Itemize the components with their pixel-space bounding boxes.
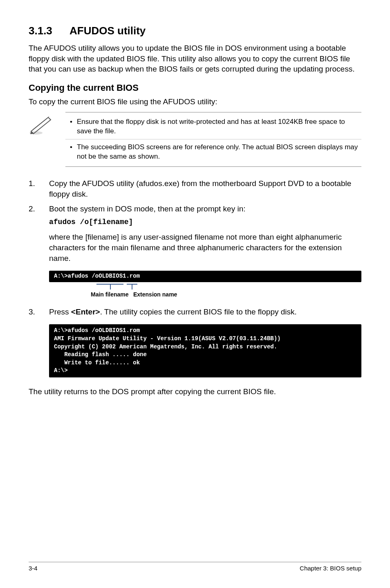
- subheading: Copying the current BIOS: [29, 83, 361, 93]
- note-box: • Ensure that the floppy disk is not wri…: [65, 112, 361, 167]
- step-number: 2.: [29, 204, 49, 214]
- note-text: The succeeding BIOS screens are for refe…: [77, 143, 361, 162]
- terminal-output: A:\>afudos /oOLDBIOS1.rom: [49, 271, 361, 282]
- page-footer: 3-4 Chapter 3: BIOS setup: [29, 562, 361, 572]
- step-number: 1.: [29, 178, 49, 199]
- step-number: 3.: [29, 307, 49, 317]
- svg-marker-1: [31, 117, 51, 134]
- step-text: Boot the system in DOS mode, then at the…: [49, 204, 361, 214]
- step-item: 2. Boot the system in DOS mode, then at …: [29, 204, 361, 214]
- page-number: 3-4: [29, 565, 38, 572]
- enter-key: <Enter>: [71, 307, 100, 316]
- extension-name-label: Extension name: [133, 291, 177, 298]
- underline-tick: [110, 284, 111, 290]
- step-item: 3. Press <Enter>. The utility copies the…: [29, 307, 361, 317]
- closing-paragraph: The utility returns to the DOS prompt af…: [29, 386, 361, 397]
- bullet-dot: •: [65, 117, 77, 136]
- section-heading: 3.1.3AFUDOS utility: [29, 25, 361, 37]
- step-item: 1. Copy the AFUDOS utility (afudos.exe) …: [29, 178, 361, 199]
- command-text: afudos /o[filename]: [49, 218, 361, 226]
- where-paragraph: where the [filename] is any user-assigne…: [49, 232, 361, 263]
- step-text: Press <Enter>. The utility copies the cu…: [49, 307, 361, 317]
- section-title: AFUDOS utility: [69, 25, 146, 37]
- underline-tick: [132, 284, 132, 290]
- sub-intro: To copy the current BIOS file using the …: [29, 97, 361, 107]
- terminal-output: A:\>afudos /oOLDBIOS1.rom AMI Firmware U…: [49, 324, 361, 377]
- filename-callout: Main filename Extension name: [49, 284, 361, 304]
- note-item: • Ensure that the floppy disk is not wri…: [65, 116, 361, 138]
- intro-paragraph: The AFUDOS utility allows you to update …: [29, 43, 361, 74]
- main-filename-label: Main filename: [91, 291, 129, 298]
- note-item: • The succeeding BIOS screens are for re…: [65, 141, 361, 163]
- step3-prefix: Press: [49, 307, 71, 316]
- section-number: 3.1.3: [29, 25, 69, 37]
- pencil-note-icon: [29, 115, 53, 135]
- note-text: Ensure that the floppy disk is not write…: [77, 117, 361, 136]
- chapter-label: Chapter 3: BIOS setup: [300, 565, 361, 572]
- bullet-dot: •: [65, 143, 77, 162]
- note-separator: [65, 139, 361, 139]
- step3-suffix: . The utility copies the current BIOS fi…: [100, 307, 297, 316]
- step-text: Copy the AFUDOS utility (afudos.exe) fro…: [49, 178, 361, 199]
